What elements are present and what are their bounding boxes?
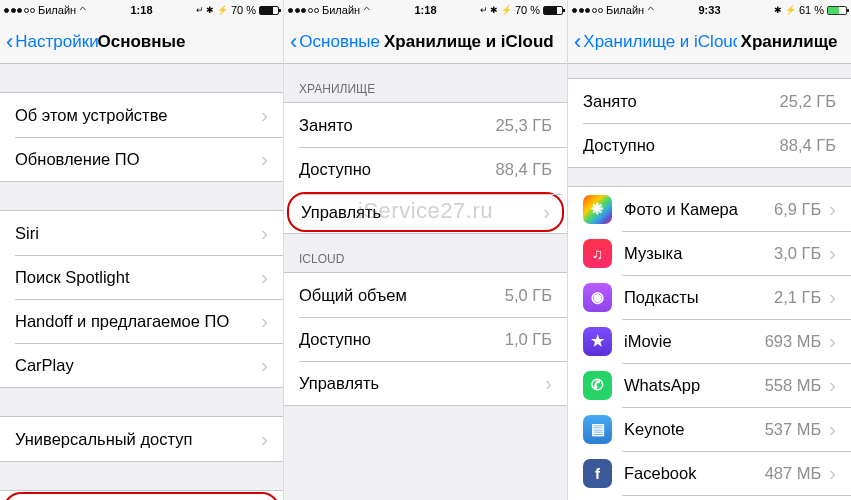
status-right: ↵ ✱ ⚡70 % [426,4,564,16]
chevron-right-icon: › [829,463,836,483]
row-label: Музыка [624,244,766,263]
battery-icon [827,6,847,15]
settings-row: Общий объем5,0 ГБ [284,273,567,317]
screen-body: Об этом устройстве›Обновление ПО›Siri›По… [0,64,283,500]
nav-bar: ‹ОсновныеХранилище и iCloud [284,20,567,64]
settings-row[interactable]: ❋Фото и Камера6,9 ГБ› [568,187,851,231]
row-value: 88,4 ГБ [496,160,552,179]
settings-group: Хранилище и iCloud›Обновление контента› [0,490,283,500]
settings-row[interactable]: Siri› [0,211,283,255]
row-label: Siri [15,224,253,243]
back-label: Хранилище и iCloud [583,32,736,52]
row-label: Доступно [583,136,772,155]
row-label: Доступно [299,330,497,349]
row-label: Универсальный доступ [15,430,253,449]
row-value: 2,1 ГБ [774,288,821,307]
row-label: WhatsApp [624,376,757,395]
settings-row[interactable]: ★iMovie693 МБ› [568,319,851,363]
status-bar: Билайн⌵9:33✱ ⚡61 % [568,0,851,20]
carrier-label: Билайн [322,4,360,16]
settings-group: Siri›Поиск Spotlight›Handoff и предлагае… [0,210,283,388]
chevron-right-icon: › [829,287,836,307]
back-label: Основные [299,32,380,52]
page-title: Хранилище [741,32,845,52]
settings-row[interactable]: Handoff и предлагаемое ПО› [0,299,283,343]
settings-row[interactable]: Хранилище и iCloud› [3,492,280,500]
status-right: ↵ ✱ ⚡70 % [142,4,280,16]
row-label: Доступно [299,160,488,179]
chevron-right-icon: › [829,199,836,219]
row-label: Поиск Spotlight [15,268,253,287]
status-right: ✱ ⚡61 % [710,4,848,16]
app-icon: ♫ [583,239,612,268]
chevron-left-icon: ‹ [574,31,581,53]
row-label: Управлять [299,374,537,393]
status-left: Билайн⌵ [572,4,710,17]
chevron-right-icon: › [829,331,836,351]
settings-row[interactable]: fFacebook487 МБ› [568,451,851,495]
row-label: Занято [299,116,488,135]
settings-row[interactable]: Универсальный доступ› [0,417,283,461]
settings-row[interactable]: Поиск Spotlight› [0,255,283,299]
phone-screen-1: Билайн⌵1:18↵ ✱ ⚡70 %‹НастройкиОсновныеОб… [0,0,284,500]
screen-body: ХРАНИЛИЩЕЗанято25,3 ГБДоступно88,4 ГБУпр… [284,64,567,406]
row-label: Управлять [301,203,535,222]
row-value: 693 МБ [765,332,822,351]
signal-dots-icon [288,8,319,13]
carrier-label: Билайн [38,4,76,16]
row-label: Facebook [624,464,757,483]
settings-group: Об этом устройстве›Обновление ПО› [0,92,283,182]
row-label: Keynote [624,420,757,439]
row-value: 537 МБ [765,420,822,439]
chevron-right-icon: › [261,105,268,125]
battery-icon [259,6,279,15]
screen-body: Занято25,2 ГБДоступно88,4 ГБ❋Фото и Каме… [568,64,851,500]
status-left: Билайн⌵ [4,4,142,17]
settings-row: Занято25,3 ГБ [284,103,567,147]
settings-row[interactable]: Управлять› [287,192,564,232]
wifi-icon: ⌵ [363,4,370,17]
row-label: Handoff и предлагаемое ПО [15,312,253,331]
chevron-left-icon: ‹ [290,31,297,53]
signal-dots-icon [4,8,35,13]
page-title: Хранилище и iCloud [384,32,561,52]
settings-row[interactable]: ▤Keynote537 МБ› [568,407,851,451]
row-value: 25,2 ГБ [780,92,836,111]
row-value: 558 МБ [765,376,822,395]
settings-row[interactable]: ◉Подкасты2,1 ГБ› [568,275,851,319]
app-icon: ❋ [583,195,612,224]
chevron-right-icon: › [829,419,836,439]
chevron-right-icon: › [829,375,836,395]
section-header: ХРАНИЛИЩЕ [284,64,567,102]
settings-row[interactable]: ✆WhatsApp558 МБ› [568,363,851,407]
settings-row[interactable]: Обновление ПО› [0,137,283,181]
chevron-left-icon: ‹ [6,31,13,53]
signal-dots-icon [572,8,603,13]
row-value: 25,3 ГБ [496,116,552,135]
row-value: 1,0 ГБ [505,330,552,349]
settings-row[interactable]: CarPlay› [0,343,283,387]
back-button[interactable]: ‹Хранилище и iCloud [574,31,737,53]
carrier-label: Билайн [606,4,644,16]
row-label: Обновление ПО [15,150,253,169]
app-icon: ▤ [583,415,612,444]
settings-row: Доступно1,0 ГБ [284,317,567,361]
row-label: Занято [583,92,772,111]
status-glyphs: ✱ ⚡ [774,5,796,15]
settings-row[interactable]: ♫Музыка3,0 ГБ› [568,231,851,275]
settings-group: Занято25,3 ГБДоступно88,4 ГБУправлять› [284,102,567,234]
row-label: CarPlay [15,356,253,375]
settings-row[interactable]: Об этом устройстве› [0,93,283,137]
back-button[interactable]: ‹Основные [290,31,380,53]
settings-row[interactable]: Управлять› [284,361,567,405]
settings-group: ❋Фото и Камера6,9 ГБ›♫Музыка3,0 ГБ›◉Подк… [568,186,851,500]
settings-row[interactable]: ✎Pages327 МБ› [568,495,851,500]
battery-pct: 61 % [799,4,824,16]
status-bar: Билайн⌵1:18↵ ✱ ⚡70 % [0,0,283,20]
row-label: Подкасты [624,288,766,307]
app-icon: ✆ [583,371,612,400]
back-button[interactable]: ‹Настройки [6,31,99,53]
wifi-icon: ⌵ [647,4,654,17]
row-value: 3,0 ГБ [774,244,821,263]
nav-bar: ‹НастройкиОсновные [0,20,283,64]
